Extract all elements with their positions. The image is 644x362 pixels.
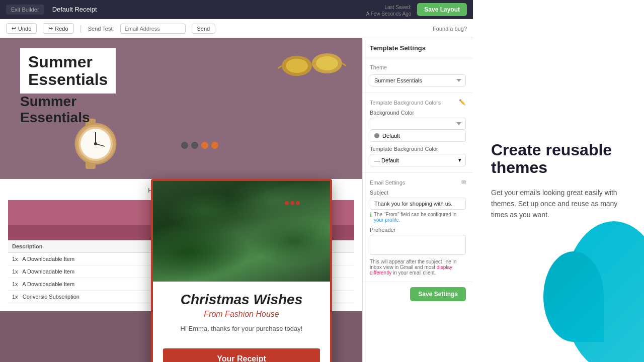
- bg-colors-label: Template Background Colors ✏️: [370, 99, 466, 106]
- found-bug-link[interactable]: Found a bug?: [433, 26, 467, 32]
- summer-banner: Summer Essentials: [0, 38, 362, 179]
- svg-line-2: [278, 66, 282, 68]
- right-info-panel: Create reusable themes Get your emails l…: [473, 0, 644, 362]
- dot-3: [201, 142, 208, 149]
- last-saved-time: A Few Seconds Ago: [366, 11, 412, 17]
- exit-builder-button[interactable]: Exit Builder: [6, 5, 44, 15]
- dots-row: [181, 142, 218, 149]
- berry-1: [285, 201, 289, 205]
- svg-point-13: [94, 142, 97, 145]
- toolbar: ↩ Undo ↪ Redo | Send Test: Send Found a …: [0, 19, 473, 38]
- svg-point-4: [286, 59, 308, 73]
- chevron-down-icon: ▾: [458, 157, 461, 163]
- right-info-description: Get your emails looking great easily wit…: [491, 187, 626, 221]
- redo-button[interactable]: ↪ Redo: [43, 23, 73, 34]
- template-bg-color-value: — Default: [374, 157, 399, 163]
- template-bg-color-select[interactable]: — Default ▾: [370, 154, 466, 166]
- theme-select[interactable]: Summer Essentials: [370, 74, 466, 86]
- top-bar: Exit Builder Default Receipt Last Saved:…: [0, 0, 473, 19]
- redo-icon: ↪: [48, 25, 53, 32]
- subject-input[interactable]: [370, 198, 466, 210]
- dot-4: [211, 142, 218, 149]
- preheader-label: Preheader: [370, 227, 466, 233]
- summer-text-box: Summer Essentials: [20, 48, 116, 94]
- dot-1: [181, 142, 188, 149]
- hi-emma-xmas: Hi Emma, thanks for your purchase today!: [163, 325, 320, 332]
- theme-label: Theme: [370, 64, 466, 70]
- berry-2: [290, 201, 294, 205]
- edit-icon[interactable]: ✏️: [459, 99, 466, 106]
- last-saved-label: Last Saved:: [384, 5, 411, 10]
- send-test-email-input[interactable]: [120, 24, 186, 34]
- bg-color-select[interactable]: [370, 118, 466, 130]
- bg-color-value: Default: [382, 133, 400, 139]
- christmas-overlay: Christmas Wishes From Fashion House Hi E…: [151, 179, 332, 362]
- canvas-area[interactable]: Summer Essentials: [0, 38, 362, 362]
- svg-point-5: [316, 56, 338, 70]
- settings-title: Template Settings: [363, 38, 473, 58]
- email-settings-label: Email Settings ✉: [370, 179, 466, 186]
- theme-section: Theme Summer Essentials: [363, 58, 473, 93]
- summer-subtitle: Summer Essentials: [20, 94, 90, 126]
- berry-3: [296, 201, 300, 205]
- email-icon: ✉: [461, 179, 466, 186]
- undo-button[interactable]: ↩ Undo: [6, 23, 37, 34]
- bg-colors-section: Template Background Colors ✏️ Background…: [363, 93, 473, 173]
- sunglasses-image: [277, 41, 347, 86]
- preheader-input[interactable]: [370, 235, 466, 255]
- undo-icon: ↩: [12, 25, 16, 32]
- red-berries: [285, 201, 300, 205]
- your-receipt-button[interactable]: Your Receipt: [163, 348, 320, 362]
- info-icon: ℹ: [370, 212, 372, 218]
- save-settings-button[interactable]: Save Settings: [410, 287, 466, 301]
- subject-label: Subject: [370, 190, 466, 196]
- christmas-wishes-title: Christmas Wishes: [163, 292, 320, 308]
- top-bar-right: Last Saved: A Few Seconds Ago Save Layou…: [366, 2, 467, 17]
- summer-title: Summer Essentials: [28, 53, 108, 88]
- profile-link[interactable]: your profile.: [374, 217, 400, 223]
- toolbar-separator: |: [80, 24, 82, 33]
- christmas-text-area: Christmas Wishes From Fashion House Hi E…: [153, 282, 330, 342]
- svg-line-3: [342, 63, 346, 66]
- send-button[interactable]: Send: [192, 24, 216, 34]
- email-settings-section: Email Settings ✉ Subject ℹ The "From" fi…: [363, 173, 473, 282]
- last-saved: Last Saved: A Few Seconds Ago: [366, 2, 412, 17]
- teal-decorative-shape-2: [543, 251, 604, 342]
- settings-panel: Template Settings Theme Summer Essential…: [362, 38, 473, 362]
- preheader-hint: This will appear after the subject line …: [370, 259, 466, 276]
- send-test-label: Send Test:: [88, 26, 114, 32]
- content-area: Summer Essentials: [0, 38, 473, 362]
- bg-color-dot: [374, 133, 379, 138]
- bg-color-label: Background Color: [370, 110, 466, 116]
- pine-branches: [153, 181, 330, 282]
- from-info: ℹ The "From" field can be configured in …: [370, 212, 466, 223]
- dot-2: [191, 142, 198, 149]
- template-bg-color-label: Template Background Color: [370, 146, 466, 152]
- right-info-title: Create reusable themes: [491, 141, 626, 176]
- from-fashion-house: From Fashion House: [163, 310, 320, 319]
- page-title: Default Receipt: [52, 6, 97, 13]
- save-settings-container: Save Settings: [363, 282, 473, 306]
- save-layout-button[interactable]: Save Layout: [417, 3, 467, 16]
- editor-panel: Exit Builder Default Receipt Last Saved:…: [0, 0, 473, 362]
- christmas-image: [153, 181, 330, 282]
